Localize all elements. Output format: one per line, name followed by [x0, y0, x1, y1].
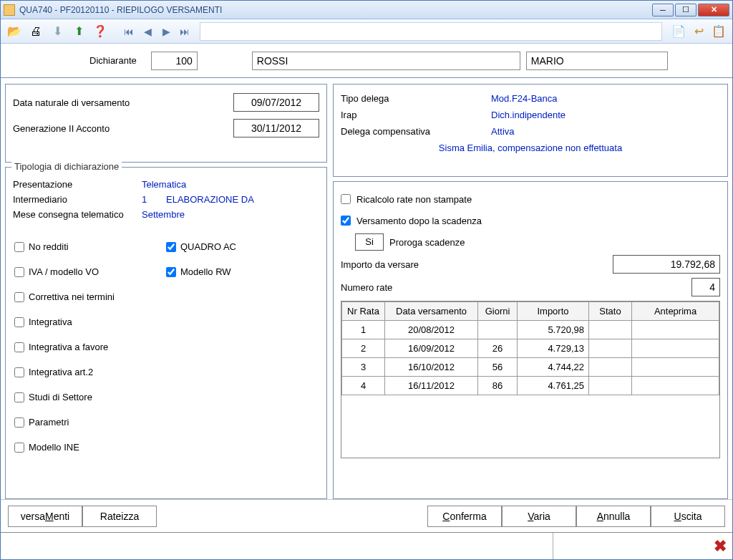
statusbar: ✖ [1, 532, 732, 559]
rate-table: Nr Rata Data versamento Giorni Importo S… [341, 301, 719, 395]
uscita-button[interactable]: Uscita [651, 506, 725, 527]
th-anteprima: Anteprima [632, 302, 719, 321]
presentazione-label: Presentazione [13, 179, 142, 190]
conferma-button[interactable]: Conferma [427, 506, 502, 527]
versamento-scad-check[interactable] [341, 216, 351, 226]
dichiarante-name-input[interactable] [526, 52, 668, 70]
parametri-check[interactable]: Parametri [14, 417, 318, 428]
delega-panel: Tipo delega Mod.F24-Banca Irap Dich.indi… [333, 84, 728, 177]
nav-next-icon[interactable]: ▶ [158, 26, 174, 37]
window-controls: ─ ☐ ✕ [652, 4, 729, 16]
modello-rw-check[interactable]: Modello RW [166, 266, 318, 277]
th-data: Data versamento [385, 302, 478, 321]
help-icon[interactable]: ❓ [91, 22, 110, 41]
nav-first-icon[interactable]: ⏮ [121, 26, 137, 37]
th-stato: Stato [589, 302, 632, 321]
versamento-scad-label: Versamento dopo la scadenza [356, 216, 482, 226]
data-naturale-label: Data naturale di versamento [13, 97, 156, 108]
tipologia-legend: Tipologia di dichiarazione [11, 161, 122, 172]
rate-panel: Ricalcolo rate non stampate Versamento d… [333, 181, 728, 499]
gen-acconto-label: Generazione II Acconto [13, 123, 156, 134]
gen-acconto-input[interactable] [233, 119, 319, 137]
proroga-si-box[interactable]: Si [355, 233, 384, 251]
status-segment-2: ✖ [553, 533, 732, 559]
rateizza-button[interactable]: Rateizza [82, 506, 157, 527]
export-icon[interactable]: ⬇ [48, 22, 67, 41]
intermediario-value[interactable]: ELABORAZIONE DA [166, 194, 254, 205]
titlebar: QUA740 - PF20120110 - RIEPILOGO VERSAMEN… [1, 1, 732, 19]
proroga-label: Proroga scadenze [389, 237, 465, 248]
upload-icon[interactable]: ⬆ [69, 22, 88, 41]
status-segment-1 [1, 533, 553, 559]
dichiarante-label: Dichiarante [89, 55, 137, 66]
table-header-row: Nr Rata Data versamento Giorni Importo S… [342, 302, 719, 321]
list-icon[interactable]: 📋 [709, 22, 728, 41]
numero-rate-input[interactable] [691, 278, 720, 296]
varia-button[interactable]: Varia [502, 506, 576, 527]
dichiarante-code-input[interactable] [151, 52, 198, 70]
close-button[interactable]: ✕ [698, 4, 729, 16]
integrativa-fav-check[interactable]: Integrativa a favore [14, 342, 318, 352]
print-icon[interactable]: 🖨 [26, 22, 45, 41]
tipologia-panel: Tipologia di dichiarazione Presentazione… [5, 167, 327, 499]
annulla-button[interactable]: Annulla [576, 506, 651, 527]
irap-label: Irap [341, 110, 491, 120]
ricalcolo-label: Ricalcolo rate non stampate [356, 194, 472, 205]
importo-input[interactable] [613, 255, 720, 274]
th-nr: Nr Rata [342, 302, 385, 321]
data-naturale-input[interactable] [233, 93, 319, 112]
table-row[interactable]: 120/08/20125.720,98 [342, 321, 719, 339]
table-row[interactable]: 316/10/2012564.744,22 [342, 358, 719, 377]
doc-icon[interactable]: 📄 [669, 22, 688, 41]
nav-prev-icon[interactable]: ◀ [140, 26, 155, 37]
presentazione-value[interactable]: Telematica [142, 179, 186, 190]
numero-rate-label: Numero rate [341, 282, 691, 293]
mese-label: Mese consegna telematico [13, 209, 142, 220]
iva-vo-check[interactable]: IVA / modello VO [14, 266, 166, 277]
window-title: QUA740 - PF20120110 - RIEPILOGO VERSAMEN… [19, 5, 652, 15]
rate-table-wrap[interactable]: Nr Rata Data versamento Giorni Importo S… [341, 301, 720, 458]
right-column: Tipo delega Mod.F24-Banca Irap Dich.indi… [333, 84, 728, 499]
importo-label: Importo da versare [341, 259, 613, 270]
footer-buttons: versaMenti Rateizza Conferma Varia Annul… [1, 499, 732, 532]
tipo-delega-value[interactable]: Mod.F24-Banca [491, 93, 558, 104]
correttiva-check[interactable]: Correttiva nei termini [14, 291, 318, 302]
open-icon[interactable]: 📂 [5, 22, 24, 41]
return-icon[interactable]: ↩ [689, 22, 708, 41]
toolbar: 📂 🖨 ⬇ ⬆ ❓ ⏮ ◀ ▶ ⏭ 📄 ↩ 📋 [1, 19, 732, 44]
sisma-link[interactable]: Sisma Emilia, compensazione non effettua… [341, 143, 720, 153]
dichiarante-row: Dichiarante [1, 44, 732, 78]
mese-value[interactable]: Settembre [142, 209, 185, 220]
nav-lookup-field[interactable] [200, 22, 662, 41]
maximize-button[interactable]: ☐ [675, 4, 696, 16]
dichiarante-surname-input[interactable] [252, 52, 520, 70]
integrativa-art2-check[interactable]: Integrativa art.2 [14, 367, 318, 377]
quadro-ac-check[interactable]: QUADRO AC [166, 241, 318, 252]
tipologia-fieldset: Tipologia di dichiarazione Presentazione… [13, 179, 319, 224]
integrativa-check[interactable]: Integrativa [14, 317, 318, 327]
delega-comp-value[interactable]: Attiva [491, 126, 515, 137]
delega-comp-label: Delega compensativa [341, 126, 491, 137]
app-window: QUA740 - PF20120110 - RIEPILOGO VERSAMEN… [0, 0, 733, 560]
th-giorni: Giorni [478, 302, 518, 321]
intermediario-num[interactable]: 1 [142, 194, 159, 205]
versamenti-button[interactable]: versaMenti [8, 506, 82, 527]
irap-value[interactable]: Dich.indipendente [491, 110, 565, 120]
main-area: Data naturale di versamento Generazione … [1, 78, 732, 499]
th-importo: Importo [518, 302, 589, 321]
checks-area: No redditi QUADRO AC IVA / modello VO Mo… [13, 237, 319, 464]
tipo-delega-label: Tipo delega [341, 93, 491, 104]
app-icon [4, 4, 15, 16]
date-panel: Data naturale di versamento Generazione … [5, 84, 327, 163]
modello-ine-check[interactable]: Modello INE [14, 442, 318, 453]
studi-check[interactable]: Studi di Settore [14, 392, 318, 402]
ricalcolo-check[interactable] [341, 194, 351, 204]
intermediario-label: Intermediario [13, 194, 142, 205]
table-row[interactable]: 216/09/2012264.729,13 [342, 339, 719, 358]
minimize-button[interactable]: ─ [652, 4, 674, 16]
status-close-icon[interactable]: ✖ [714, 537, 727, 556]
table-row[interactable]: 416/11/2012864.761,25 [342, 377, 719, 395]
left-column: Data naturale di versamento Generazione … [5, 84, 327, 499]
no-redditi-check[interactable]: No redditi [14, 241, 166, 252]
nav-last-icon[interactable]: ⏭ [177, 26, 193, 37]
